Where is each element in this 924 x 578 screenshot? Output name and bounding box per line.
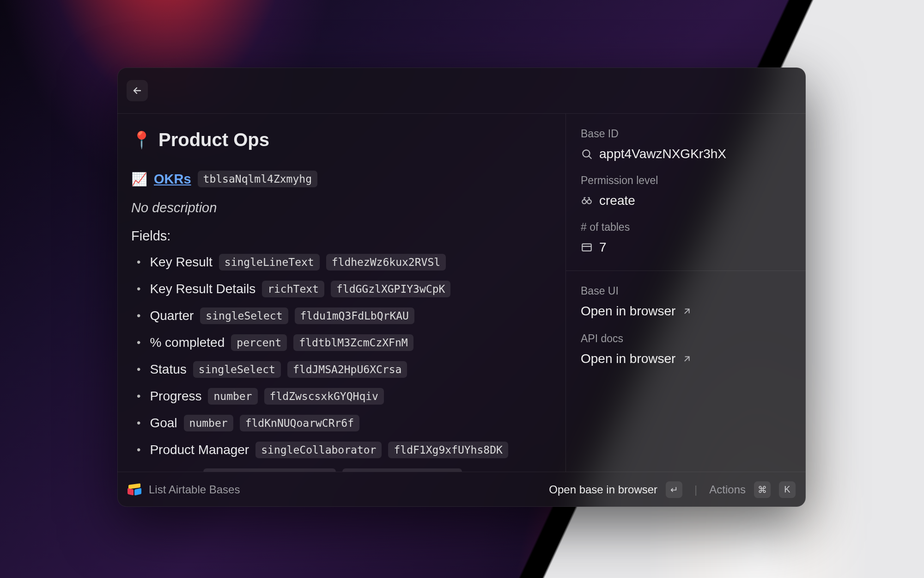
table-name-link[interactable]: OKRs — [154, 172, 191, 187]
field-row: Key Result singleLineText fldhezWz6kux2R… — [137, 254, 552, 271]
raycast-window: 📍 Product Ops 📈 OKRs tblsaNqlml4Zxmyhg N… — [117, 68, 806, 507]
field-name: Product Manager — [150, 443, 249, 457]
pin-emoji-icon: 📍 — [131, 130, 152, 150]
field-type-pill: richText — [262, 281, 324, 297]
field-id-pill: fldhezWz6kux2RVSl — [326, 254, 446, 271]
field-row: % completed percent fldtblM3ZcmCzXFnM — [137, 334, 552, 351]
field-row: Product Manager singleCollaborator fldF1… — [137, 442, 552, 458]
field-name: % completed — [150, 335, 225, 350]
metadata-sidebar: Base ID appt4VawzNXGKr3hX Permission lev… — [565, 114, 806, 472]
breadcrumb[interactable]: List Airtable Bases — [149, 483, 240, 496]
field-name: Progress — [150, 389, 201, 404]
svg-point-1 — [582, 200, 586, 204]
title-text: Product Ops — [158, 129, 269, 150]
field-id-pill: fld6imcbVvabvG14I — [342, 468, 462, 472]
field-type-pill: multipleRecordLinks — [203, 468, 336, 472]
permission-row: create — [581, 193, 791, 208]
tables-count-value: 7 — [599, 240, 607, 255]
permission-value: create — [599, 193, 635, 208]
field-name: Key Result Details — [150, 282, 255, 296]
base-id-value: appt4VawzNXGKr3hX — [599, 147, 726, 161]
field-row: Quarter singleSelect fldu1mQ3FdLbQrKAU — [137, 307, 552, 324]
cmd-key: ⌘ — [754, 481, 771, 498]
back-button[interactable] — [127, 80, 148, 101]
field-name: Status — [150, 362, 186, 377]
field-id-pill: fldJMSA2HpU6XCrsa — [287, 361, 407, 378]
svg-point-2 — [587, 200, 591, 204]
svg-rect-3 — [582, 244, 591, 251]
table-id-pill: tblsaNqlml4Zxmyhg — [198, 171, 317, 187]
tables-count-row: 7 — [581, 240, 791, 255]
field-type-pill: singleSelect — [193, 361, 281, 378]
field-name: Quarter — [150, 308, 194, 323]
primary-action-label[interactable]: Open base in browser — [549, 483, 657, 496]
field-row: Goal number fldKnNUQoarwCRr6f — [137, 415, 552, 431]
chart-emoji-icon: 📈 — [131, 172, 147, 187]
table-description: No description — [131, 200, 552, 215]
table-icon — [581, 241, 593, 253]
binoculars-icon — [581, 195, 593, 207]
window-footer: List Airtable Bases Open base in browser… — [117, 472, 806, 507]
link-text: Open in browser — [581, 351, 675, 366]
field-id-pill: fldtblM3ZcmCzXFnM — [293, 334, 413, 351]
open-base-ui-link[interactable]: Open in browser — [581, 304, 791, 319]
tables-count-label: # of tables — [581, 221, 791, 234]
base-id-row: appt4VawzNXGKr3hX — [581, 147, 791, 161]
external-link-icon — [682, 306, 692, 316]
k-key: K — [779, 481, 796, 498]
footer-divider: | — [694, 483, 697, 496]
link-text: Open in browser — [581, 304, 675, 319]
field-row: Status singleSelect fldJMSA2HpU6XCrsa — [137, 361, 552, 378]
window-body: 📍 Product Ops 📈 OKRs tblsaNqlml4Zxmyhg N… — [117, 114, 806, 472]
field-id-pill: fldu1mQ3FdLbQrKAU — [295, 307, 414, 324]
window-topbar — [117, 68, 806, 114]
base-id-label: Base ID — [581, 128, 791, 140]
field-type-pill: number — [208, 388, 257, 405]
permission-label: Permission level — [581, 174, 791, 187]
field-type-pill: number — [184, 415, 233, 431]
field-name: Projects — [150, 469, 196, 472]
enter-key: ↵ — [666, 481, 682, 498]
field-name: Key Result — [150, 255, 212, 270]
field-name: Goal — [150, 416, 177, 430]
fields-heading: Fields: — [131, 228, 552, 244]
main-content: 📍 Product Ops 📈 OKRs tblsaNqlml4Zxmyhg N… — [117, 114, 565, 472]
field-row: Projects multipleRecordLinks fld6imcbVva… — [137, 468, 552, 472]
airtable-icon — [128, 483, 141, 497]
api-docs-label: API docs — [581, 332, 791, 345]
field-id-pill: fldGGzlXGPIY3wCpK — [331, 281, 450, 297]
field-type-pill: singleLineText — [219, 254, 320, 271]
field-id-pill: fldKnNUQoarwCRr6f — [240, 415, 359, 431]
page-title: 📍 Product Ops — [131, 129, 552, 150]
arrow-left-icon — [132, 85, 143, 96]
field-row: Progress number fldZwscsxkGYQHqiv — [137, 388, 552, 405]
links-block: Base UI Open in browser API docs Open in… — [566, 271, 806, 472]
field-id-pill: fldF1Xg9xfUYhs8DK — [388, 442, 508, 458]
field-id-pill: fldZwscsxkGYQHqiv — [264, 388, 384, 405]
external-link-icon — [682, 354, 692, 364]
field-row: Key Result Details richText fldGGzlXGPIY… — [137, 281, 552, 297]
table-header-row: 📈 OKRs tblsaNqlml4Zxmyhg — [131, 171, 552, 187]
base-ui-label: Base UI — [581, 285, 791, 297]
field-type-pill: singleCollaborator — [255, 442, 382, 458]
metadata-block: Base ID appt4VawzNXGKr3hX Permission lev… — [566, 114, 806, 271]
actions-label[interactable]: Actions — [709, 483, 746, 496]
field-type-pill: singleSelect — [200, 307, 288, 324]
open-api-docs-link[interactable]: Open in browser — [581, 351, 791, 366]
magnifier-icon — [581, 148, 593, 160]
field-type-pill: percent — [231, 334, 287, 351]
fields-list: Key Result singleLineText fldhezWz6kux2R… — [131, 254, 552, 472]
